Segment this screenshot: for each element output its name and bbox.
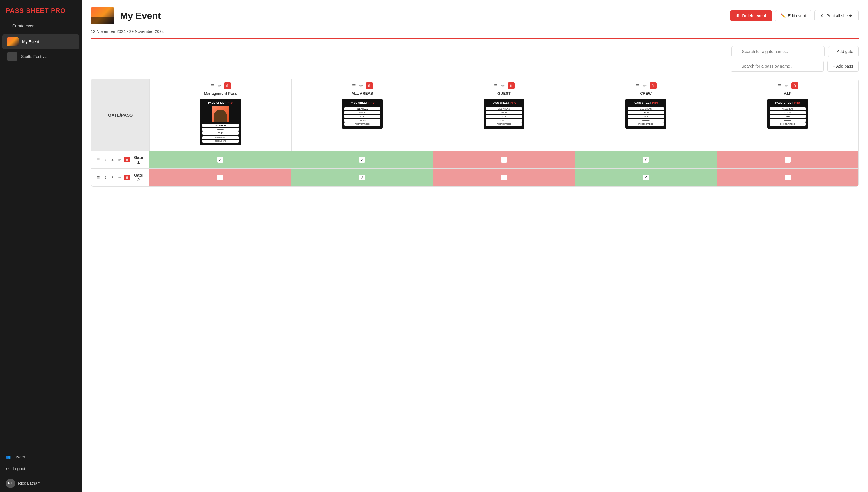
search-gate-input[interactable] [731,46,824,57]
guest-area-3: V.I.P [486,115,522,118]
gate2-check-guest[interactable] [433,169,575,186]
pass-col-management: ☰ ✏ 🗑 Management Pass PASS SHEET PRO [150,79,291,151]
pass-name-management: Management Pass [204,91,237,96]
logo-text: PASS SHEET [6,7,49,14]
pass-menu-all-areas[interactable]: ☰ [351,83,357,89]
search-pass-input[interactable] [731,60,824,72]
pass-menu-crew[interactable]: ☰ [635,83,640,89]
delete-event-button[interactable]: 🗑 Delete event [730,10,772,21]
crew-area-2: CREW [628,111,664,114]
guest-area-1: ALL AREAS [486,107,522,110]
pass-delete-all-areas[interactable]: 🗑 [366,82,373,89]
sidebar-event-name-1: My Event [22,39,39,44]
delete-label: Delete event [742,14,766,18]
pass-edit-guest[interactable]: ✏ [501,83,505,89]
pass-actions-all-areas: ☰ ✏ 🗑 [351,82,373,89]
pass-card-logo-vip: PASS SHEET PRO [775,101,800,104]
checkbox-g1-crew[interactable] [643,157,649,163]
checkbox-g1-vip[interactable] [785,157,791,163]
print-label: Print all sheets [826,14,853,18]
pass-area-row-2: CREW [203,128,239,131]
sidebar-user: RL Rick Latham [0,474,82,492]
pass-menu-vip[interactable]: ☰ [777,83,782,89]
pass-delete-crew[interactable]: 🗑 [650,82,657,89]
checkbox-g2-management[interactable] [217,175,223,180]
checkbox-g2-all-areas[interactable] [359,175,365,180]
user-name: Rick Latham [18,481,41,486]
gate-edit-1[interactable]: ✏ [117,157,122,163]
pass-col-header-management: ☰ ✏ 🗑 Management Pass PASS SHEET PRO [150,79,291,151]
trash-icon: 🗑 [736,14,740,18]
checkbox-g2-guest[interactable] [501,175,507,180]
gate-edit-2[interactable]: ✏ [117,175,122,180]
checkbox-g1-all-areas[interactable] [359,157,365,163]
add-pass-button[interactable]: + Add pass [827,60,859,72]
pass-edit-all-areas[interactable]: ✏ [359,83,364,89]
pass-menu-management[interactable]: ☰ [210,83,215,89]
pass-card-crew: PASS SHEET PRO ALL AREAS CREW V.I.P GUES… [625,99,666,129]
plus-icon: ＋ [6,23,10,29]
gate-menu-2[interactable]: ☰ [96,175,101,180]
sidebar-item-my-event[interactable]: My Event [2,34,79,49]
pass-person-name: RICK LATHAM [203,137,239,139]
pass-edit-management[interactable]: ✏ [217,83,222,89]
gate1-check-management[interactable] [150,151,291,169]
header-left: My Event [91,7,161,24]
gate-view-1[interactable]: 👁 [110,157,115,163]
gate2-check-vip[interactable] [717,169,859,186]
aa-area-3: V.I.P [344,115,380,118]
pass-card-all-areas: PASS SHEET PRO ALL AREAS CREW V.I.P GUES… [342,99,383,129]
pass-actions-vip: ☰ ✏ 🗑 [777,82,798,89]
checkbox-g2-vip[interactable] [785,175,791,180]
gate1-check-vip[interactable] [717,151,859,169]
print-icon: 🖨 [820,14,824,18]
gate1-check-guest[interactable] [433,151,575,169]
checkbox-g2-crew[interactable] [643,175,649,180]
add-gate-button[interactable]: + Add gate [828,46,859,57]
gate-view-2[interactable]: 👁 [110,175,115,180]
pass-delete-guest[interactable]: 🗑 [508,82,515,89]
create-event-button[interactable]: ＋ Create event [0,20,82,31]
pass-edit-vip[interactable]: ✏ [784,83,789,89]
pass-delete-vip[interactable]: 🗑 [791,82,798,89]
pass-delete-management[interactable]: 🗑 [224,82,231,89]
pass-edit-crew[interactable]: ✏ [642,83,647,89]
guest-area-2: CREW [486,111,522,114]
edit-icon: ✏️ [781,14,786,18]
pass-org: 305 LIVE LTD [203,140,239,143]
gate1-check-crew[interactable] [575,151,717,169]
sidebar-bottom: 👥 Users ↩ Logout RL Rick Latham [0,451,82,492]
aa-area-5: PHOTO/PRESS [344,122,380,126]
event-image [91,7,114,24]
sidebar-nav-users[interactable]: 👥 Users [0,451,82,463]
pass-menu-guest[interactable]: ☰ [494,83,498,89]
checkbox-g1-guest[interactable] [501,157,507,163]
gate-cell-2: ☰ 🖨 👁 ✏ 🗑 Gate 2 [91,169,150,186]
aa-area-4: GUEST [344,119,380,122]
gate-row-2: ☰ 🖨 👁 ✏ 🗑 Gate 2 [91,169,859,186]
gate2-check-management[interactable] [150,169,291,186]
sidebar-item-scotts-festival[interactable]: Scotts Festival [2,50,79,64]
gate-print-1[interactable]: 🖨 [103,157,108,163]
gate2-check-crew[interactable] [575,169,717,186]
gate2-check-all-areas[interactable] [291,169,433,186]
pass-col-header-vip: ☰ ✏ 🗑 V.I.P PASS SHEET PRO ALL AREAS CRE… [717,79,859,134]
pass-actions-crew: ☰ ✏ 🗑 [635,82,657,89]
pass-col-crew: ☰ ✏ 🗑 CREW PASS SHEET PRO ALL AREAS CREW… [575,79,716,151]
vip-area-5: PHOTO/PRESS [769,122,806,126]
gate1-check-all-areas[interactable] [291,151,433,169]
checkbox-g1-management[interactable] [217,157,223,163]
print-all-sheets-button[interactable]: 🖨 Print all sheets [814,10,859,21]
event-thumb-scotts [7,52,18,60]
edit-event-button[interactable]: ✏️ Edit event [775,10,812,21]
vip-area-1: ALL AREAS [769,107,806,110]
pass-name-crew: CREW [640,91,652,96]
pass-search-row: 🔍 + Add pass [731,60,859,72]
gate-delete-1[interactable]: 🗑 [124,157,130,162]
pass-col-all-areas: ☰ ✏ 🗑 ALL AREAS PASS SHEET PRO ALL AREAS… [291,79,433,151]
gate-print-2[interactable]: 🖨 [103,175,108,180]
sidebar-nav-logout[interactable]: ↩ Logout [0,463,82,474]
page-title: My Event [120,10,161,21]
gate-menu-1[interactable]: ☰ [96,157,101,163]
gate-delete-2[interactable]: 🗑 [124,175,130,180]
